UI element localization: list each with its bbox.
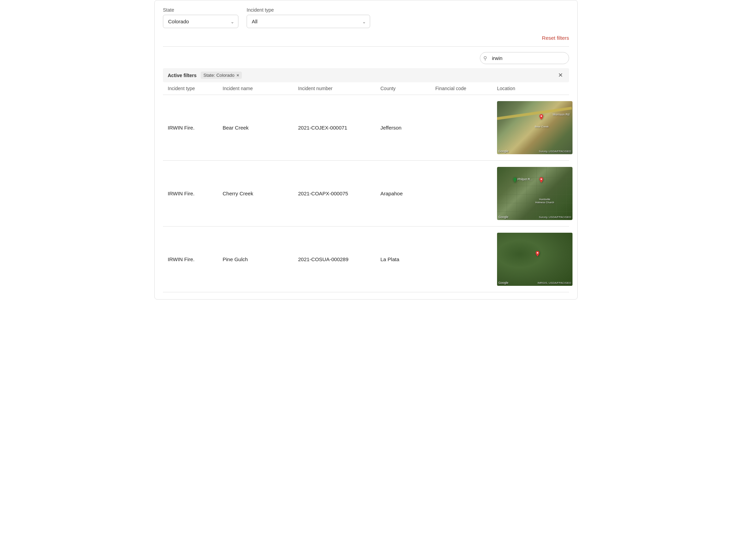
cell-incident-name: Pine Gulch xyxy=(223,256,298,262)
filter-tag-text: State: Colorado xyxy=(203,73,234,78)
map-attribution: Survey, USDA/FPAC/GEO xyxy=(539,216,571,219)
map-pin-green: 🌲 xyxy=(512,178,518,184)
map-forest xyxy=(497,233,572,286)
map-google-label: Google xyxy=(498,281,508,284)
table-row[interactable]: IRWIN Fire. Cherry Creek 2021-COAPX-0000… xyxy=(163,161,569,227)
svg-text:🌲: 🌲 xyxy=(514,178,516,181)
cell-incident-type: IRWIN Fire. xyxy=(168,125,223,131)
map-pin-red xyxy=(539,178,544,184)
state-label: State xyxy=(163,7,238,13)
svg-point-3 xyxy=(537,252,538,254)
svg-point-2 xyxy=(541,179,542,180)
table-row[interactable]: IRWIN Fire. Pine Gulch 2021-COSUA-000289… xyxy=(163,227,569,292)
cell-incident-name: Bear Creek xyxy=(223,125,298,131)
active-filters-bar: Active filters State: Colorado × ✕ xyxy=(163,68,569,82)
map-grid xyxy=(497,167,572,220)
search-icon: ⚲ xyxy=(483,55,487,61)
map-pin-red xyxy=(535,251,540,258)
search-input[interactable] xyxy=(480,52,569,64)
cell-incident-number: 2021-COAPX-000075 xyxy=(298,191,380,196)
reset-filters-row: Reset filters xyxy=(163,34,569,42)
svg-point-0 xyxy=(541,115,542,117)
state-filter-group: State Colorado California Oregon ⌄ xyxy=(163,7,238,28)
map-pin-red xyxy=(539,114,544,121)
header-location: Location xyxy=(497,86,564,91)
map-google-label: Google xyxy=(498,215,508,219)
active-filters-label: Active filters xyxy=(168,73,197,78)
state-select-wrapper: Colorado California Oregon ⌄ xyxy=(163,15,238,28)
incident-type-select-wrapper: All Fire Flood Other ⌄ xyxy=(247,15,370,28)
cell-county: Arapahoe xyxy=(380,191,435,196)
filter-tag-state: State: Colorado × xyxy=(201,72,242,79)
map-attribution: Survey, USDA/FPAC/GEO xyxy=(539,150,571,153)
map-google-label: Google xyxy=(498,149,508,153)
cell-county: Jefferson xyxy=(380,125,435,131)
search-wrapper: ⚲ xyxy=(480,52,569,64)
cell-county: La Plata xyxy=(380,256,435,262)
clear-all-filters-button[interactable]: ✕ xyxy=(557,72,564,79)
divider xyxy=(163,46,569,47)
state-select[interactable]: Colorado California Oregon xyxy=(163,15,238,28)
location-map-pine-gulch: Google IMRGIS, USDA/FPAC/GEO xyxy=(497,233,572,286)
map-poi-label: Philpot R... xyxy=(517,178,532,181)
map-road-label: Morrison Rd xyxy=(553,113,569,116)
cell-incident-name: Cherry Creek xyxy=(223,191,298,196)
incident-type-select[interactable]: All Fire Flood Other xyxy=(247,15,370,28)
map-feature-label: Bear Creek xyxy=(535,125,548,128)
cell-incident-type: IRWIN Fire. xyxy=(168,191,223,196)
location-map-cherry-creek: 🌲 Philpot R... HuntsvilleHoliness Church… xyxy=(497,167,572,220)
cell-incident-number: 2021-COSUA-000289 xyxy=(298,256,380,262)
map-attribution: IMRGIS, USDA/FPAC/GEO xyxy=(538,281,571,284)
table-header: Incident type Incident name Incident num… xyxy=(163,82,569,95)
header-incident-type: Incident type xyxy=(168,86,223,91)
search-row: ⚲ xyxy=(163,52,569,64)
incident-type-filter-group: Incident type All Fire Flood Other ⌄ xyxy=(247,7,370,28)
reset-filters-button[interactable]: Reset filters xyxy=(542,34,569,42)
cell-incident-type: IRWIN Fire. xyxy=(168,256,223,262)
header-incident-number: Incident number xyxy=(298,86,380,91)
header-county: County xyxy=(380,86,435,91)
location-map-bear-creek: Morrison Rd Bear Creek Google Survey, US… xyxy=(497,101,572,154)
header-incident-name: Incident name xyxy=(223,86,298,91)
header-financial-code: Financial code xyxy=(435,86,497,91)
cell-incident-number: 2021-COJEX-000071 xyxy=(298,125,380,131)
incidents-table: Incident type Incident name Incident num… xyxy=(163,82,569,292)
incident-type-label: Incident type xyxy=(247,7,370,13)
table-row[interactable]: IRWIN Fire. Bear Creek 2021-COJEX-000071… xyxy=(163,95,569,161)
filter-tag-close-icon[interactable]: × xyxy=(236,73,239,77)
map-church-label: HuntsvilleHoliness Church xyxy=(531,198,558,204)
